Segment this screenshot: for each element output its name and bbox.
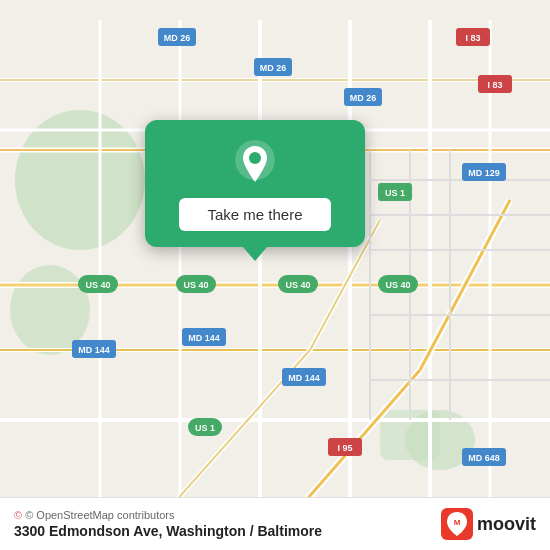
svg-text:US 1: US 1	[385, 188, 405, 198]
svg-text:MD 129: MD 129	[468, 168, 500, 178]
svg-text:I 83: I 83	[465, 33, 480, 43]
svg-text:MD 648: MD 648	[468, 453, 500, 463]
svg-text:US 1: US 1	[195, 423, 215, 433]
bottom-bar: © © OpenStreetMap contributors 3300 Edmo…	[0, 497, 550, 550]
take-me-there-button[interactable]: Take me there	[179, 198, 330, 231]
svg-text:US 40: US 40	[385, 280, 410, 290]
location-pin-icon	[231, 140, 279, 188]
svg-text:I 95: I 95	[337, 443, 352, 453]
svg-text:MD 144: MD 144	[288, 373, 320, 383]
svg-point-73	[249, 152, 261, 164]
svg-text:MD 26: MD 26	[164, 33, 191, 43]
moovit-logo: M moovit	[441, 508, 536, 540]
svg-text:US 40: US 40	[85, 280, 110, 290]
location-popup: Take me there	[145, 120, 365, 247]
moovit-logo-icon: M	[441, 508, 473, 540]
svg-text:US 40: US 40	[183, 280, 208, 290]
attribution-text: © © OpenStreetMap contributors	[14, 509, 322, 521]
svg-text:MD 144: MD 144	[78, 345, 110, 355]
map-svg: MD 26 MD 26 MD 26 I 83 I 83 US 1 US 40 U…	[0, 0, 550, 550]
svg-text:MD 26: MD 26	[350, 93, 377, 103]
map-container: MD 26 MD 26 MD 26 I 83 I 83 US 1 US 40 U…	[0, 0, 550, 550]
svg-text:MD 144: MD 144	[188, 333, 220, 343]
bottom-left-info: © © OpenStreetMap contributors 3300 Edmo…	[14, 509, 322, 539]
svg-text:M: M	[454, 518, 461, 527]
svg-text:MD 26: MD 26	[260, 63, 287, 73]
svg-text:US 40: US 40	[285, 280, 310, 290]
svg-text:I 83: I 83	[487, 80, 502, 90]
address-text: 3300 Edmondson Ave, Washington / Baltimo…	[14, 523, 322, 539]
moovit-brand-name: moovit	[477, 514, 536, 535]
